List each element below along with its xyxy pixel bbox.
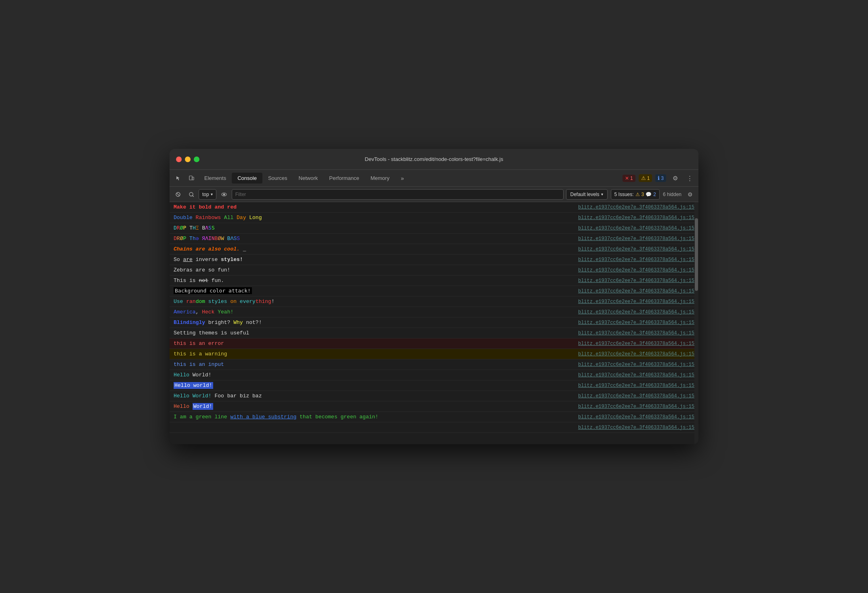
tab-elements[interactable]: Elements: [199, 173, 232, 184]
maximize-button[interactable]: [194, 157, 199, 162]
tabs-bar: Elements Console Sources Network Perform…: [170, 170, 698, 187]
console-message: this is an error: [174, 340, 570, 348]
more-options-icon[interactable]: ⋮: [684, 173, 695, 184]
tabs-right: ✕ 1 ⚠ 1 ℹ 3 ⚙ ⋮: [623, 173, 695, 184]
console-message: Hello World!: [174, 371, 570, 379]
tab-console[interactable]: Console: [232, 173, 262, 184]
console-source-link[interactable]: blitz.e1937cc6e2ee7e…3f4063378a564.js:15: [570, 382, 694, 389]
console-message: Hello World! Foo bar biz baz: [174, 392, 570, 400]
console-source-link[interactable]: blitz.e1937cc6e2ee7e…3f4063378a564.js:15: [570, 340, 694, 347]
console-message: Chains are also cool. _: [174, 245, 570, 253]
info-count2: 2: [653, 192, 656, 197]
console-row: Chains are also cool. _ blitz.e1937cc6e2…: [170, 244, 698, 255]
console-row: Hello world! blitz.e1937cc6e2ee7e…3f4063…: [170, 380, 698, 391]
settings-icon[interactable]: ⚙: [669, 173, 681, 184]
console-source-link[interactable]: blitz.e1937cc6e2ee7e…3f4063378a564.js:15: [570, 267, 694, 274]
info-icon: ℹ: [658, 175, 660, 181]
console-row: this is an input blitz.e1937cc6e2ee7e…3f…: [170, 359, 698, 370]
minimize-button[interactable]: [185, 157, 191, 162]
eye-icon[interactable]: [219, 189, 229, 200]
console-source-link[interactable]: blitz.e1937cc6e2ee7e…3f4063378a564.js:15: [570, 288, 694, 295]
svg-rect-1: [192, 177, 194, 180]
console-row: Zebras are so fun! blitz.e1937cc6e2ee7e……: [170, 265, 698, 276]
chevron-down-icon: ▾: [211, 192, 213, 196]
scrollbar-thumb[interactable]: [695, 218, 698, 291]
tab-sources[interactable]: Sources: [262, 173, 293, 184]
console-message: This is not fun.: [174, 277, 570, 285]
console-source-link[interactable]: blitz.e1937cc6e2ee7e…3f4063378a564.js:15: [570, 225, 694, 232]
levels-dropdown[interactable]: Default levels ▾: [566, 189, 608, 200]
error-badge[interactable]: ✕ 1: [623, 175, 635, 182]
issues-button[interactable]: 5 Issues: ⚠ 3 💬 2: [611, 189, 660, 200]
console-rows-container: Make it bold and red blitz.e1937cc6e2ee7…: [170, 202, 698, 444]
tab-network[interactable]: Network: [293, 173, 324, 184]
console-source-link[interactable]: blitz.e1937cc6e2ee7e…3f4063378a564.js:15: [570, 393, 694, 400]
devtools-window: DevTools - stackblitz.com/edit/node-colo…: [170, 149, 698, 444]
tab-performance[interactable]: Performance: [323, 173, 365, 184]
console-source-link[interactable]: blitz.e1937cc6e2ee7e…3f4063378a564.js:15: [570, 298, 694, 305]
console-row: Hello World! blitz.e1937cc6e2ee7e…3f4063…: [170, 401, 698, 412]
levels-label: Default levels: [570, 192, 600, 197]
console-message: Hello World!: [174, 403, 570, 411]
console-source-link[interactable]: blitz.e1937cc6e2ee7e…3f4063378a564.js:15: [570, 424, 694, 431]
console-row: This is not fun. blitz.e1937cc6e2ee7e…3f…: [170, 276, 698, 286]
console-source-link[interactable]: blitz.e1937cc6e2ee7e…3f4063378a564.js:15: [570, 372, 694, 379]
console-message: [174, 424, 570, 432]
close-button[interactable]: [176, 157, 182, 162]
warning-icon: ⚠: [641, 175, 646, 181]
console-source-link[interactable]: blitz.e1937cc6e2ee7e…3f4063378a564.js:15: [570, 403, 694, 410]
device-icon[interactable]: [186, 173, 197, 184]
console-row: Double Rainbows All Day Long blitz.e1937…: [170, 213, 698, 223]
console-source-link[interactable]: blitz.e1937cc6e2ee7e…3f4063378a564.js:15: [570, 204, 694, 211]
svg-rect-0: [189, 176, 192, 180]
console-row: Use random styles on everything! blitz.e…: [170, 296, 698, 307]
filter-input[interactable]: [232, 189, 564, 200]
console-source-link[interactable]: blitz.e1937cc6e2ee7e…3f4063378a564.js:15: [570, 235, 694, 242]
console-row: America, Heck Yeah! blitz.e1937cc6e2ee7e…: [170, 307, 698, 317]
console-message: Use random styles on everything!: [174, 298, 570, 306]
clear-console-button[interactable]: [173, 189, 183, 200]
console-row: blitz.e1937cc6e2ee7e…3f4063378a564.js:15: [170, 422, 698, 433]
console-source-link[interactable]: blitz.e1937cc6e2ee7e…3f4063378a564.js:15: [570, 330, 694, 337]
context-dropdown[interactable]: top ▾: [199, 189, 216, 200]
console-message: So are inverse styles!: [174, 256, 570, 264]
console-message: DRØP Thə ЯΛINBØW BΛSS: [174, 235, 570, 243]
console-source-link[interactable]: blitz.e1937cc6e2ee7e…3f4063378a564.js:15: [570, 214, 694, 221]
console-message: Make it bold and red: [174, 203, 570, 211]
window-title: DevTools - stackblitz.com/edit/node-colo…: [365, 156, 503, 162]
warning-badge[interactable]: ⚠ 1: [639, 174, 652, 182]
console-source-link[interactable]: blitz.e1937cc6e2ee7e…3f4063378a564.js:15: [570, 413, 694, 421]
console-source-link[interactable]: blitz.e1937cc6e2ee7e…3f4063378a564.js:15: [570, 351, 694, 358]
console-message: this is an input: [174, 361, 570, 369]
info-count: 3: [661, 175, 664, 181]
console-message: this is a warning: [174, 350, 570, 358]
more-tabs-icon[interactable]: »: [397, 173, 408, 184]
console-message: Background color attack!: [174, 287, 570, 295]
scrollbar-track[interactable]: [694, 202, 698, 444]
console-source-link[interactable]: blitz.e1937cc6e2ee7e…3f4063378a564.js:15: [570, 309, 694, 316]
console-output: Make it bold and red blitz.e1937cc6e2ee7…: [170, 202, 698, 444]
console-message: Hello world!: [174, 382, 570, 390]
console-message: Double Rainbows All Day Long: [174, 214, 570, 222]
filter-icon[interactable]: [186, 189, 196, 200]
console-row: DRØP Thə ЯΛINBØW BΛSS blitz.e1937cc6e2ee…: [170, 234, 698, 244]
console-source-link[interactable]: blitz.e1937cc6e2ee7e…3f4063378a564.js:15: [570, 246, 694, 253]
info-badge[interactable]: ℹ 3: [655, 174, 666, 182]
svg-point-7: [223, 194, 225, 195]
console-source-link[interactable]: blitz.e1937cc6e2ee7e…3f4063378a564.js:15: [570, 361, 694, 368]
pointer-icon[interactable]: [173, 173, 184, 184]
console-row: Hello World! blitz.e1937cc6e2ee7e…3f4063…: [170, 370, 698, 380]
console-source-link[interactable]: blitz.e1937cc6e2ee7e…3f4063378a564.js:15: [570, 256, 694, 263]
tab-memory[interactable]: Memory: [365, 173, 395, 184]
console-row: DRØP THΞ BΛSS blitz.e1937cc6e2ee7e…3f406…: [170, 223, 698, 234]
context-label: top: [202, 192, 209, 197]
console-message: Setting themes is useful: [174, 329, 570, 337]
console-source-link[interactable]: blitz.e1937cc6e2ee7e…3f4063378a564.js:15: [570, 319, 694, 326]
warn-count: 3: [642, 192, 644, 197]
console-source-link[interactable]: blitz.e1937cc6e2ee7e…3f4063378a564.js:15: [570, 277, 694, 284]
console-message: DRØP THΞ BΛSS: [174, 224, 570, 232]
title-bar: DevTools - stackblitz.com/edit/node-colo…: [170, 149, 698, 170]
console-row: this is a warning blitz.e1937cc6e2ee7e…3…: [170, 349, 698, 359]
console-settings-icon[interactable]: ⚙: [685, 189, 695, 200]
info-icon2: 💬: [646, 192, 652, 197]
